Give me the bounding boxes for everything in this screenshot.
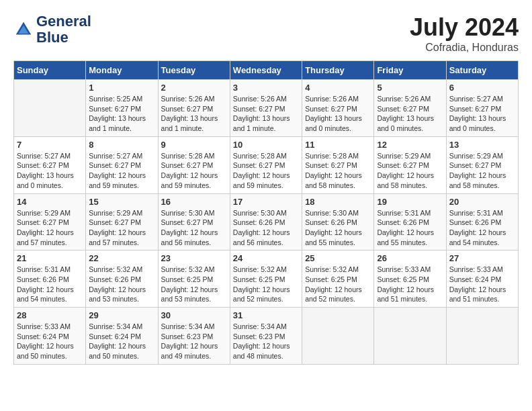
day-info: Sunrise: 5:31 AM Sunset: 6:26 PM Dayligh…: [377, 208, 443, 248]
day-number: 31: [233, 310, 299, 320]
calendar-cell: 10Sunrise: 5:28 AM Sunset: 6:27 PM Dayli…: [230, 136, 302, 193]
day-number: 30: [161, 310, 227, 320]
day-number: 26: [377, 253, 443, 263]
calendar-cell: [14, 80, 86, 137]
day-info: Sunrise: 5:31 AM Sunset: 6:26 PM Dayligh…: [17, 265, 83, 304]
day-number: 3: [233, 83, 299, 93]
weekday-header-cell: Monday: [86, 61, 158, 80]
day-info: Sunrise: 5:33 AM Sunset: 6:24 PM Dayligh…: [449, 265, 515, 304]
day-number: 12: [377, 140, 443, 150]
day-info: Sunrise: 5:33 AM Sunset: 6:25 PM Dayligh…: [377, 265, 443, 304]
calendar-cell: 18Sunrise: 5:30 AM Sunset: 6:26 PM Dayli…: [302, 193, 374, 250]
day-info: Sunrise: 5:31 AM Sunset: 6:26 PM Dayligh…: [449, 208, 515, 248]
day-info: Sunrise: 5:28 AM Sunset: 6:27 PM Dayligh…: [161, 151, 227, 191]
calendar-cell: 13Sunrise: 5:29 AM Sunset: 6:27 PM Dayli…: [446, 136, 518, 193]
day-number: 22: [89, 253, 154, 263]
logo: General Blue: [13, 13, 91, 46]
weekday-header-cell: Wednesday: [230, 61, 302, 80]
day-number: 28: [17, 310, 83, 320]
day-info: Sunrise: 5:29 AM Sunset: 6:27 PM Dayligh…: [449, 151, 515, 191]
calendar-week-row: 7Sunrise: 5:27 AM Sunset: 6:27 PM Daylig…: [14, 136, 519, 193]
day-info: Sunrise: 5:30 AM Sunset: 6:26 PM Dayligh…: [305, 208, 371, 248]
day-info: Sunrise: 5:25 AM Sunset: 6:27 PM Dayligh…: [89, 94, 154, 134]
calendar-cell: 8Sunrise: 5:27 AM Sunset: 6:27 PM Daylig…: [86, 136, 158, 193]
day-info: Sunrise: 5:26 AM Sunset: 6:27 PM Dayligh…: [233, 94, 299, 134]
day-info: Sunrise: 5:34 AM Sunset: 6:24 PM Dayligh…: [89, 322, 154, 361]
day-number: 23: [161, 253, 227, 263]
calendar-cell: 26Sunrise: 5:33 AM Sunset: 6:25 PM Dayli…: [374, 250, 446, 308]
weekday-header-row: SundayMondayTuesdayWednesdayThursdayFrid…: [14, 61, 519, 80]
day-info: Sunrise: 5:34 AM Sunset: 6:23 PM Dayligh…: [161, 322, 227, 361]
day-number: 18: [305, 197, 371, 207]
calendar-cell: 17Sunrise: 5:30 AM Sunset: 6:26 PM Dayli…: [230, 193, 302, 250]
calendar-table: SundayMondayTuesdayWednesdayThursdayFrid…: [13, 60, 519, 365]
day-number: 5: [377, 83, 443, 93]
calendar-cell: [374, 308, 446, 365]
day-number: 2: [161, 83, 227, 93]
day-info: Sunrise: 5:29 AM Sunset: 6:27 PM Dayligh…: [89, 208, 154, 248]
weekday-header-cell: Thursday: [302, 61, 374, 80]
day-number: 8: [89, 140, 154, 150]
day-info: Sunrise: 5:29 AM Sunset: 6:27 PM Dayligh…: [377, 151, 443, 191]
day-info: Sunrise: 5:26 AM Sunset: 6:27 PM Dayligh…: [161, 94, 227, 134]
calendar-body: 1Sunrise: 5:25 AM Sunset: 6:27 PM Daylig…: [14, 80, 519, 365]
day-info: Sunrise: 5:28 AM Sunset: 6:27 PM Dayligh…: [305, 151, 371, 191]
calendar-cell: 21Sunrise: 5:31 AM Sunset: 6:26 PM Dayli…: [14, 250, 86, 308]
day-info: Sunrise: 5:32 AM Sunset: 6:26 PM Dayligh…: [89, 265, 154, 304]
logo-text: General Blue: [36, 13, 91, 46]
calendar-cell: [302, 308, 374, 365]
calendar-cell: 25Sunrise: 5:32 AM Sunset: 6:25 PM Dayli…: [302, 250, 374, 308]
calendar-week-row: 14Sunrise: 5:29 AM Sunset: 6:27 PM Dayli…: [14, 193, 519, 250]
day-info: Sunrise: 5:32 AM Sunset: 6:25 PM Dayligh…: [305, 265, 371, 304]
day-number: 9: [161, 140, 227, 150]
calendar-cell: 22Sunrise: 5:32 AM Sunset: 6:26 PM Dayli…: [86, 250, 158, 308]
calendar-cell: 4Sunrise: 5:26 AM Sunset: 6:27 PM Daylig…: [302, 80, 374, 137]
calendar-cell: 29Sunrise: 5:34 AM Sunset: 6:24 PM Dayli…: [86, 308, 158, 365]
day-info: Sunrise: 5:30 AM Sunset: 6:26 PM Dayligh…: [233, 208, 299, 248]
calendar-cell: 6Sunrise: 5:27 AM Sunset: 6:27 PM Daylig…: [446, 80, 518, 137]
calendar-cell: 9Sunrise: 5:28 AM Sunset: 6:27 PM Daylig…: [158, 136, 230, 193]
title-block: July 2024 Cofradia, Honduras: [410, 13, 519, 54]
calendar-cell: 19Sunrise: 5:31 AM Sunset: 6:26 PM Dayli…: [374, 193, 446, 250]
day-number: 14: [17, 197, 83, 207]
calendar-cell: 5Sunrise: 5:26 AM Sunset: 6:27 PM Daylig…: [374, 80, 446, 137]
calendar-cell: [446, 308, 518, 365]
day-info: Sunrise: 5:26 AM Sunset: 6:27 PM Dayligh…: [305, 94, 371, 134]
logo-icon: [13, 19, 34, 40]
day-number: 29: [89, 310, 154, 320]
day-number: 24: [233, 253, 299, 263]
calendar-cell: 1Sunrise: 5:25 AM Sunset: 6:27 PM Daylig…: [86, 80, 158, 137]
calendar-cell: 3Sunrise: 5:26 AM Sunset: 6:27 PM Daylig…: [230, 80, 302, 137]
location: Cofradia, Honduras: [410, 42, 519, 54]
day-number: 1: [89, 83, 154, 93]
day-number: 13: [449, 140, 515, 150]
calendar-cell: 15Sunrise: 5:29 AM Sunset: 6:27 PM Dayli…: [86, 193, 158, 250]
weekday-header-cell: Tuesday: [158, 61, 230, 80]
calendar-week-row: 21Sunrise: 5:31 AM Sunset: 6:26 PM Dayli…: [14, 250, 519, 308]
month-title: July 2024: [410, 13, 519, 42]
day-number: 19: [377, 197, 443, 207]
calendar-cell: 24Sunrise: 5:32 AM Sunset: 6:25 PM Dayli…: [230, 250, 302, 308]
day-number: 6: [449, 83, 515, 93]
day-number: 15: [89, 197, 154, 207]
day-number: 27: [449, 253, 515, 263]
day-info: Sunrise: 5:27 AM Sunset: 6:27 PM Dayligh…: [449, 94, 515, 134]
weekday-header-cell: Sunday: [14, 61, 86, 80]
calendar-cell: 12Sunrise: 5:29 AM Sunset: 6:27 PM Dayli…: [374, 136, 446, 193]
calendar-cell: 14Sunrise: 5:29 AM Sunset: 6:27 PM Dayli…: [14, 193, 86, 250]
calendar-cell: 7Sunrise: 5:27 AM Sunset: 6:27 PM Daylig…: [14, 136, 86, 193]
day-info: Sunrise: 5:33 AM Sunset: 6:24 PM Dayligh…: [17, 322, 83, 361]
day-info: Sunrise: 5:29 AM Sunset: 6:27 PM Dayligh…: [17, 208, 83, 248]
day-info: Sunrise: 5:28 AM Sunset: 6:27 PM Dayligh…: [233, 151, 299, 191]
day-info: Sunrise: 5:27 AM Sunset: 6:27 PM Dayligh…: [89, 151, 154, 191]
day-number: 7: [17, 140, 83, 150]
day-number: 21: [17, 253, 83, 263]
day-number: 17: [233, 197, 299, 207]
day-info: Sunrise: 5:32 AM Sunset: 6:25 PM Dayligh…: [233, 265, 299, 304]
calendar-cell: 31Sunrise: 5:34 AM Sunset: 6:23 PM Dayli…: [230, 308, 302, 365]
day-info: Sunrise: 5:32 AM Sunset: 6:25 PM Dayligh…: [161, 265, 227, 304]
calendar-cell: 11Sunrise: 5:28 AM Sunset: 6:27 PM Dayli…: [302, 136, 374, 193]
calendar-cell: 23Sunrise: 5:32 AM Sunset: 6:25 PM Dayli…: [158, 250, 230, 308]
calendar-cell: 27Sunrise: 5:33 AM Sunset: 6:24 PM Dayli…: [446, 250, 518, 308]
calendar-cell: 16Sunrise: 5:30 AM Sunset: 6:27 PM Dayli…: [158, 193, 230, 250]
